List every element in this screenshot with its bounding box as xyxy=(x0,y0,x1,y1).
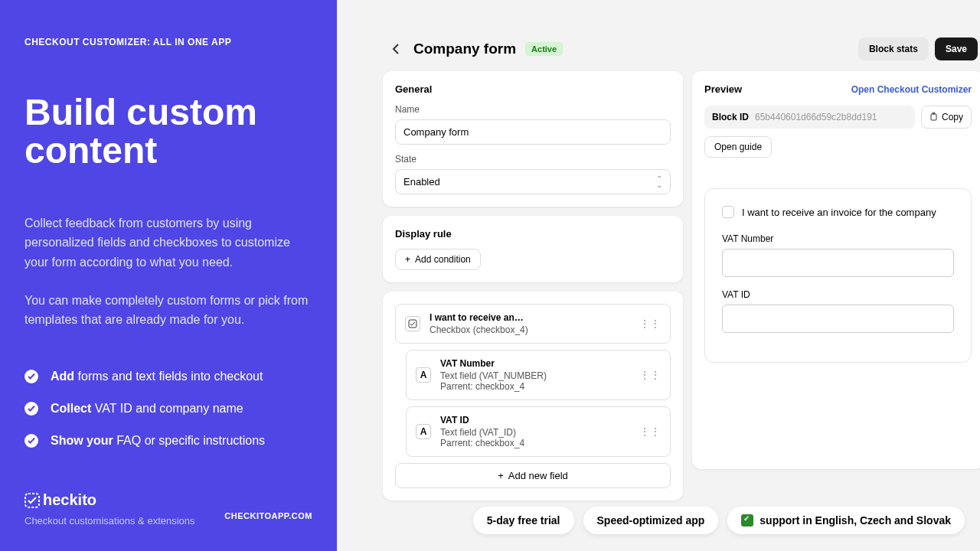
bullet-add: Add forms and text fields into checkout xyxy=(24,370,312,383)
save-button[interactable]: Save xyxy=(935,37,978,60)
open-customizer-link[interactable]: Open Checkout Customizer xyxy=(851,84,972,95)
plus-icon: + xyxy=(405,254,410,265)
pill-speed: Speed-optimized app xyxy=(583,507,719,534)
svg-rect-3 xyxy=(933,112,935,114)
state-label: State xyxy=(395,154,671,165)
check-icon xyxy=(24,434,38,448)
preview-checkbox-label: I want to receive an invoice for the com… xyxy=(742,207,936,218)
plus-icon: + xyxy=(498,470,504,481)
sidebar-tag: CHECKOUT CUSTOMIZER: ALL IN ONE APP xyxy=(24,37,312,47)
checkbox-icon xyxy=(405,316,420,331)
pill-languages: support in English, Czech and Slovak xyxy=(727,507,965,534)
drag-handle-icon[interactable]: ⋮⋮ xyxy=(639,369,661,381)
preview-card: Preview Open Checkout Customizer Block I… xyxy=(692,71,980,469)
field-item-checkbox[interactable]: I want to receive an… Checkbox (checkbox… xyxy=(395,304,671,344)
svg-rect-2 xyxy=(931,114,936,120)
preview-vat-number-input[interactable] xyxy=(722,249,954,277)
name-label: Name xyxy=(395,104,671,115)
general-title: General xyxy=(395,83,671,95)
display-rule-title: Display rule xyxy=(395,228,671,240)
field-item-vat-id[interactable]: A VAT ID Text field (VAT_ID) Parrent: ch… xyxy=(406,406,671,457)
fields-card: I want to receive an… Checkbox (checkbox… xyxy=(383,292,683,500)
display-rule-card: Display rule + Add condition xyxy=(383,216,683,282)
pill-trial: 5-day free trial xyxy=(473,507,574,534)
preview-vat-id-input[interactable] xyxy=(722,305,954,333)
block-id-field: Block ID 65b440601d66d59c2b8dd191 xyxy=(704,106,915,129)
sidebar-desc-2: You can make completely custom forms or … xyxy=(24,291,312,330)
state-select[interactable]: Enabled ⌃⌄ xyxy=(395,169,671,194)
drag-handle-icon[interactable]: ⋮⋮ xyxy=(639,318,661,330)
text-icon: A xyxy=(416,367,431,383)
marketing-sidebar: CHECKOUT CUSTOMIZER: ALL IN ONE APP Buil… xyxy=(0,0,337,551)
bullet-collect: Collect VAT ID and company name xyxy=(24,402,312,416)
page-title: Company form xyxy=(413,41,516,57)
sidebar-footer: heckito Checkout customisations & extens… xyxy=(24,473,312,527)
sidebar-desc-1: Collect feedback from customers by using… xyxy=(24,214,312,272)
topbar: Company form Active Block stats Save xyxy=(383,27,980,71)
logo-icon xyxy=(24,493,40,508)
preview-rendered: I want to receive an invoice for the com… xyxy=(704,188,972,363)
status-badge: Active xyxy=(525,42,563,56)
bullet-show: Show your FAQ or specific instructions xyxy=(24,434,312,448)
block-stats-button[interactable]: Block stats xyxy=(858,37,929,60)
drag-handle-icon[interactable]: ⋮⋮ xyxy=(639,425,661,438)
back-arrow-icon[interactable] xyxy=(389,41,404,57)
add-new-field-button[interactable]: + Add new field xyxy=(395,463,671,488)
logo: heckito xyxy=(24,491,312,509)
check-icon xyxy=(24,402,38,416)
sidebar-title: Build custom content xyxy=(24,93,312,171)
preview-checkbox[interactable] xyxy=(722,206,734,218)
check-icon xyxy=(24,370,38,383)
checkmark-flag-icon xyxy=(741,514,753,527)
add-condition-button[interactable]: + Add condition xyxy=(395,249,481,270)
app-main: Company form Active Block stats Save Gen… xyxy=(337,0,980,551)
select-arrows-icon: ⌃⌄ xyxy=(656,176,662,188)
general-card: General Name State Enabled ⌃⌄ xyxy=(383,71,683,207)
text-icon: A xyxy=(416,424,431,439)
copy-button[interactable]: Copy xyxy=(921,106,972,129)
preview-title: Preview xyxy=(704,83,742,95)
bullet-list: Add forms and text fields into checkout … xyxy=(24,370,312,448)
domain-text: CHECKITOAPP.COM xyxy=(224,511,312,520)
tagline: Checkout customisations & extensions xyxy=(24,515,195,527)
preview-vat-id-label: VAT ID xyxy=(722,289,954,300)
field-item-vat-number[interactable]: A VAT Number Text field (VAT_NUMBER) Par… xyxy=(406,350,671,400)
preview-vat-number-label: VAT Number xyxy=(722,233,954,244)
name-input[interactable] xyxy=(395,119,671,145)
bottom-pills: 5-day free trial Speed-optimized app sup… xyxy=(352,507,965,534)
clipboard-icon xyxy=(929,112,939,123)
open-guide-button[interactable]: Open guide xyxy=(704,136,772,158)
svg-rect-1 xyxy=(409,320,416,328)
